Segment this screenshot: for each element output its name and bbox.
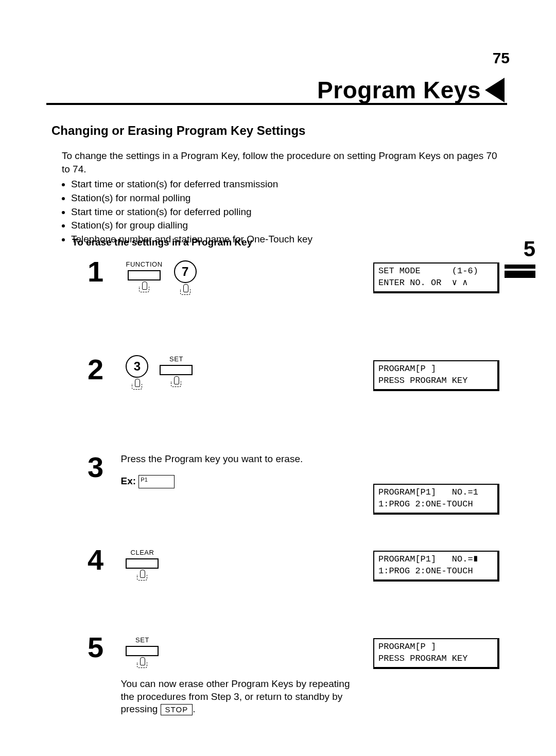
section-title: Changing or Erasing Program Key Settings	[51, 124, 305, 138]
set-key-label: SET	[169, 355, 183, 364]
step-3: 3 Press the Program key you want to eras…	[88, 453, 505, 488]
press-icon	[137, 283, 151, 293]
p1-key-label: P1	[141, 477, 147, 483]
lcd-display: PROGRAM[P1] NO.=∎ 1:PROG 2:ONE-TOUCH	[373, 551, 499, 582]
lcd-line: SET MODE (1-6)	[378, 266, 478, 276]
lcd-line: PROGRAM[P ]	[378, 642, 436, 652]
lcd-display: PROGRAM[P ] PRESS PROGRAM KEY	[373, 638, 499, 669]
period: .	[193, 704, 195, 714]
erase-subhead: To erase the settings in a Program Key	[72, 237, 252, 248]
clear-key	[126, 558, 159, 569]
intro-lead: To change the settings in a Program Key,…	[62, 149, 505, 175]
press-icon	[135, 658, 149, 669]
intro-bullet: Station(s) for normal polling	[71, 191, 505, 205]
page-header: Program Keys	[317, 76, 505, 104]
chapter-tab-icon	[505, 265, 535, 278]
header-title-text: Program Keys	[317, 76, 481, 104]
step-number: 1	[88, 257, 118, 286]
stop-key: STOP	[161, 704, 193, 715]
set-key	[126, 646, 159, 656]
p1-key: P1	[138, 475, 175, 488]
lcd-display: PROGRAM[P ] PRESS PROGRAM KEY	[373, 360, 499, 391]
step-5-text: You can now erase other Program Keys by …	[120, 678, 350, 714]
intro-bullet: Station(s) for group dialling	[71, 219, 505, 232]
step-1: 1 FUNCTION 7 SET MODE (1-6) ENTER NO. OR…	[88, 257, 505, 295]
set-key-label: SET	[135, 636, 149, 645]
step-4: 4 CLEAR PROGRAM[P1] NO.=∎ 1:PROG 2:ONE-T…	[88, 546, 505, 581]
intro-block: To change the settings in a Program Key,…	[62, 149, 505, 246]
lcd-display: SET MODE (1-6) ENTER NO. OR ∨ ∧	[373, 262, 499, 293]
step-number: 3	[88, 453, 118, 482]
function-key	[128, 270, 161, 280]
chapter-number: 5	[505, 237, 535, 261]
intro-bullet: Start time or station(s) for deferred po…	[71, 205, 505, 219]
lcd-line: PROGRAM[P ]	[378, 364, 436, 374]
lcd-line: PROGRAM[P1] NO.=1	[378, 487, 478, 497]
lcd-line: 1:PROG 2:ONE-TOUCH	[378, 499, 473, 509]
press-icon	[169, 377, 183, 388]
step-number: 2	[88, 355, 118, 384]
intro-bullet: Start time or station(s) for deferred tr…	[71, 178, 505, 191]
lcd-line: 1:PROG 2:ONE-TOUCH	[378, 566, 473, 576]
step-5: 5 SET You can now erase other Program Ke…	[88, 633, 505, 716]
example-label: Ex:	[120, 476, 136, 486]
lcd-line: PRESS PROGRAM KEY	[378, 654, 467, 663]
step-2: 2 3 SET PROGRAM[P ] PRESS PROGRAM KEY	[88, 355, 505, 390]
lcd-line: PRESS PROGRAM KEY	[378, 376, 467, 385]
arrow-left-icon	[485, 78, 505, 102]
step-number: 5	[88, 633, 118, 662]
lcd-line: PROGRAM[P1] NO.=∎	[378, 554, 478, 564]
press-icon	[135, 571, 149, 581]
key-3: 3	[126, 355, 148, 378]
page-number: 75	[493, 49, 510, 67]
clear-key-label: CLEAR	[131, 549, 154, 557]
function-key-label: FUNCTION	[126, 260, 162, 269]
key-7: 7	[174, 260, 197, 283]
step-3-text: Press the Program key you want to erase.	[120, 453, 303, 466]
press-icon	[130, 380, 144, 390]
lcd-display: PROGRAM[P1] NO.=1 1:PROG 2:ONE-TOUCH	[373, 484, 499, 515]
chapter-tab: 5	[505, 237, 535, 278]
press-icon	[178, 285, 193, 295]
header-rule	[46, 103, 507, 105]
set-key	[160, 365, 193, 375]
step-number: 4	[88, 546, 118, 574]
lcd-line: ENTER NO. OR ∨ ∧	[378, 278, 468, 288]
